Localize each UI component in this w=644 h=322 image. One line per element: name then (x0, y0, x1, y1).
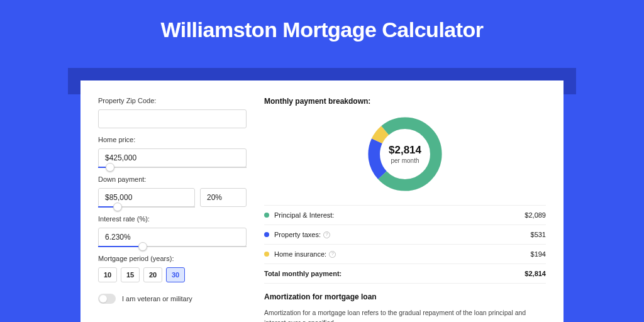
down-payment-pct-input[interactable] (200, 188, 247, 207)
breakdown-total-label: Total monthly payment: (264, 270, 525, 277)
info-icon[interactable]: ? (329, 251, 336, 258)
donut-value: $2,814 (389, 144, 421, 157)
zip-input[interactable] (98, 109, 247, 128)
zip-label: Property Zip Code: (98, 97, 247, 104)
down-payment-label: Down payment: (98, 175, 247, 183)
amortization-text: Amortization for a mortgage loan refers … (264, 308, 546, 322)
period-buttons: 10152030 (98, 267, 247, 282)
interest-field: Interest rate (%): (98, 215, 247, 247)
breakdown-column: Monthly payment breakdown: $2,814 per mo… (264, 97, 546, 322)
calculator-card: Property Zip Code: Home price: Down paym… (80, 80, 564, 322)
legend-dot (264, 252, 269, 257)
home-price-label: Home price: (98, 136, 247, 143)
breakdown-label: Home insurance:? (274, 250, 531, 258)
breakdown-row: Principal & Interest:$2,089 (264, 206, 546, 225)
donut-center: $2,814 per month (364, 113, 446, 195)
legend-dot (264, 232, 269, 237)
amortization-section: Amortization for mortgage loan Amortizat… (264, 292, 546, 322)
period-button-20[interactable]: 20 (143, 267, 162, 282)
home-price-input[interactable] (98, 148, 247, 167)
breakdown-total-row: Total monthly payment:$2,814 (264, 264, 546, 284)
breakdown-total-value: $2,814 (525, 270, 546, 277)
down-payment-field: Down payment: (98, 175, 247, 208)
home-price-field: Home price: (98, 136, 247, 168)
down-payment-slider-thumb[interactable] (113, 203, 122, 211)
breakdown-value: $194 (531, 250, 546, 258)
breakdown-row: Home insurance:?$194 (264, 245, 546, 264)
breakdown-value: $2,089 (525, 211, 546, 219)
down-payment-slider[interactable] (98, 206, 195, 208)
interest-input[interactable] (98, 228, 247, 247)
breakdown-label: Property taxes:? (274, 231, 531, 238)
page-title: Williamston Mortgage Calculator (0, 0, 644, 55)
period-button-10[interactable]: 10 (98, 267, 117, 282)
period-button-30[interactable]: 30 (166, 267, 185, 282)
form-column: Property Zip Code: Home price: Down paym… (98, 97, 247, 322)
donut-chart: $2,814 per month (364, 113, 446, 195)
interest-slider-thumb[interactable] (138, 242, 147, 251)
breakdown-list: Principal & Interest:$2,089Property taxe… (264, 205, 546, 284)
breakdown-title: Monthly payment breakdown: (264, 97, 546, 106)
period-field: Mortgage period (years): 10152030 (98, 255, 247, 282)
period-label: Mortgage period (years): (98, 255, 247, 262)
legend-dot (264, 213, 269, 218)
donut-wrap: $2,814 per month (264, 113, 546, 195)
veteran-toggle-knob (99, 295, 107, 303)
zip-field: Property Zip Code: (98, 97, 247, 128)
interest-slider[interactable] (98, 246, 247, 247)
home-price-slider[interactable] (98, 167, 247, 168)
breakdown-label: Principal & Interest: (274, 211, 525, 219)
donut-sub: per month (391, 157, 419, 164)
interest-label: Interest rate (%): (98, 215, 247, 223)
breakdown-value: $531 (531, 231, 546, 238)
info-icon[interactable]: ? (323, 231, 330, 238)
veteran-toggle[interactable] (98, 294, 116, 304)
veteran-row: I am veteran or military (98, 294, 247, 304)
amortization-title: Amortization for mortgage loan (264, 292, 546, 301)
home-price-slider-thumb[interactable] (106, 163, 114, 172)
period-button-15[interactable]: 15 (121, 267, 140, 282)
down-payment-input[interactable] (98, 188, 195, 207)
breakdown-row: Property taxes:?$531 (264, 225, 546, 245)
interest-slider-fill (98, 246, 143, 247)
veteran-label: I am veteran or military (122, 295, 192, 303)
